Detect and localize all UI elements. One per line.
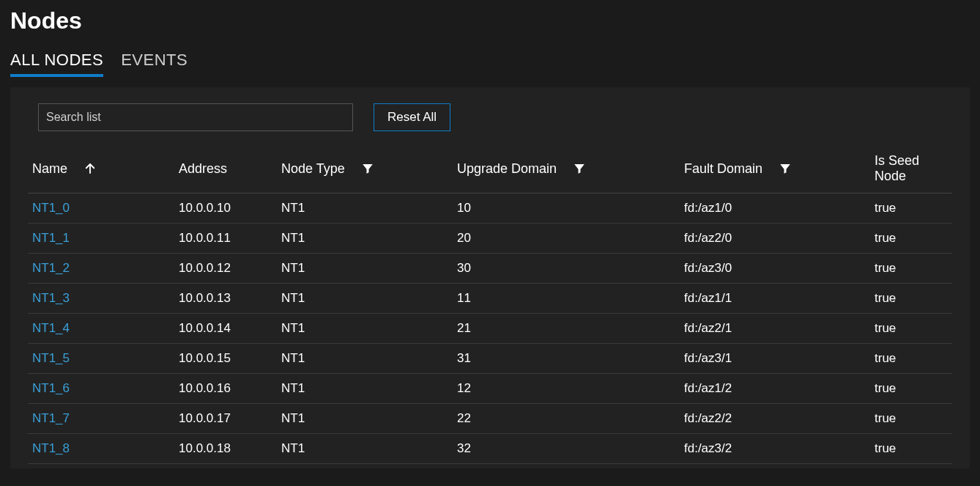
cell-name[interactable]: NT1_8	[28, 434, 174, 464]
cell-is-seed-node: true	[870, 224, 952, 254]
cell-upgrade-domain: 32	[453, 434, 680, 464]
filter-icon[interactable]	[573, 162, 586, 175]
tabs: ALL NODES EVENTS	[10, 51, 970, 74]
cell-name[interactable]: NT1_3	[28, 284, 174, 314]
col-header-node-type-label: Node Type	[281, 161, 345, 177]
cell-address: 10.0.0.12	[174, 254, 277, 284]
cell-upgrade-domain: 20	[453, 224, 680, 254]
cell-name[interactable]: NT1_4	[28, 314, 174, 344]
table-row: NT1_410.0.0.14NT121fd:/az2/1true	[28, 314, 952, 344]
cell-is-seed-node: true	[870, 434, 952, 464]
cell-fault-domain: fd:/az2/1	[680, 314, 870, 344]
cell-node-type: NT1	[277, 224, 453, 254]
col-header-name-label: Name	[32, 161, 67, 177]
col-header-name[interactable]: Name	[28, 147, 174, 194]
cell-address: 10.0.0.14	[174, 314, 277, 344]
col-header-is-seed-node-label: Is Seed Node	[875, 153, 919, 183]
cell-node-type: NT1	[277, 404, 453, 434]
cell-node-type: NT1	[277, 374, 453, 404]
cell-fault-domain: fd:/az3/1	[680, 344, 870, 374]
nodes-panel: Reset All Name	[10, 87, 970, 468]
cell-is-seed-node: true	[870, 404, 952, 434]
cell-address: 10.0.0.10	[174, 194, 277, 224]
cell-name[interactable]: NT1_7	[28, 404, 174, 434]
tab-all-nodes[interactable]: ALL NODES	[10, 51, 103, 74]
table-row: NT1_510.0.0.15NT131fd:/az3/1true	[28, 344, 952, 374]
table-row: NT1_310.0.0.13NT111fd:/az1/1true	[28, 284, 952, 314]
col-header-upgrade-domain[interactable]: Upgrade Domain	[453, 147, 680, 194]
cell-upgrade-domain: 11	[453, 284, 680, 314]
cell-node-type: NT1	[277, 314, 453, 344]
cell-fault-domain: fd:/az1/0	[680, 194, 870, 224]
filter-icon[interactable]	[361, 162, 374, 175]
cell-fault-domain: fd:/az3/2	[680, 434, 870, 464]
col-header-address[interactable]: Address	[174, 147, 277, 194]
col-header-fault-domain-label: Fault Domain	[684, 161, 762, 177]
search-input[interactable]	[38, 103, 353, 131]
cell-name[interactable]: NT1_0	[28, 194, 174, 224]
table-row: NT1_010.0.0.10NT110fd:/az1/0true	[28, 194, 952, 224]
filter-icon[interactable]	[779, 162, 792, 175]
cell-address: 10.0.0.15	[174, 344, 277, 374]
cell-upgrade-domain: 30	[453, 254, 680, 284]
col-header-address-label: Address	[179, 161, 227, 176]
page-title: Nodes	[10, 7, 970, 34]
table-row: NT1_110.0.0.11NT120fd:/az2/0true	[28, 224, 952, 254]
cell-address: 10.0.0.18	[174, 434, 277, 464]
cell-address: 10.0.0.17	[174, 404, 277, 434]
cell-upgrade-domain: 31	[453, 344, 680, 374]
cell-node-type: NT1	[277, 344, 453, 374]
reset-all-button[interactable]: Reset All	[374, 103, 450, 131]
sort-arrow-up-icon[interactable]	[83, 162, 97, 175]
toolbar: Reset All	[28, 103, 952, 131]
cell-fault-domain: fd:/az2/0	[680, 224, 870, 254]
table-row: NT1_710.0.0.17NT122fd:/az2/2true	[28, 404, 952, 434]
cell-fault-domain: fd:/az3/0	[680, 254, 870, 284]
table-row: NT1_210.0.0.12NT130fd:/az3/0true	[28, 254, 952, 284]
cell-fault-domain: fd:/az1/2	[680, 374, 870, 404]
cell-upgrade-domain: 21	[453, 314, 680, 344]
cell-is-seed-node: true	[870, 194, 952, 224]
cell-fault-domain: fd:/az2/2	[680, 404, 870, 434]
cell-name[interactable]: NT1_6	[28, 374, 174, 404]
cell-name[interactable]: NT1_2	[28, 254, 174, 284]
tab-events[interactable]: EVENTS	[121, 51, 188, 74]
cell-is-seed-node: true	[870, 374, 952, 404]
cell-is-seed-node: true	[870, 344, 952, 374]
cell-upgrade-domain: 22	[453, 404, 680, 434]
table-row: NT1_610.0.0.16NT112fd:/az1/2true	[28, 374, 952, 404]
cell-node-type: NT1	[277, 284, 453, 314]
col-header-upgrade-domain-label: Upgrade Domain	[457, 161, 557, 177]
table-header-row: Name Address Node Typ	[28, 147, 952, 194]
cell-upgrade-domain: 12	[453, 374, 680, 404]
cell-node-type: NT1	[277, 194, 453, 224]
cell-is-seed-node: true	[870, 284, 952, 314]
cell-fault-domain: fd:/az1/1	[680, 284, 870, 314]
table-row: NT1_810.0.0.18NT132fd:/az3/2true	[28, 434, 952, 464]
col-header-fault-domain[interactable]: Fault Domain	[680, 147, 870, 194]
cell-is-seed-node: true	[870, 314, 952, 344]
cell-address: 10.0.0.11	[174, 224, 277, 254]
cell-upgrade-domain: 10	[453, 194, 680, 224]
cell-name[interactable]: NT1_1	[28, 224, 174, 254]
nodes-table: Name Address Node Typ	[28, 147, 952, 464]
cell-node-type: NT1	[277, 434, 453, 464]
col-header-is-seed-node[interactable]: Is Seed Node	[870, 147, 952, 194]
cell-name[interactable]: NT1_5	[28, 344, 174, 374]
cell-address: 10.0.0.13	[174, 284, 277, 314]
cell-node-type: NT1	[277, 254, 453, 284]
cell-is-seed-node: true	[870, 254, 952, 284]
cell-address: 10.0.0.16	[174, 374, 277, 404]
col-header-node-type[interactable]: Node Type	[277, 147, 453, 194]
